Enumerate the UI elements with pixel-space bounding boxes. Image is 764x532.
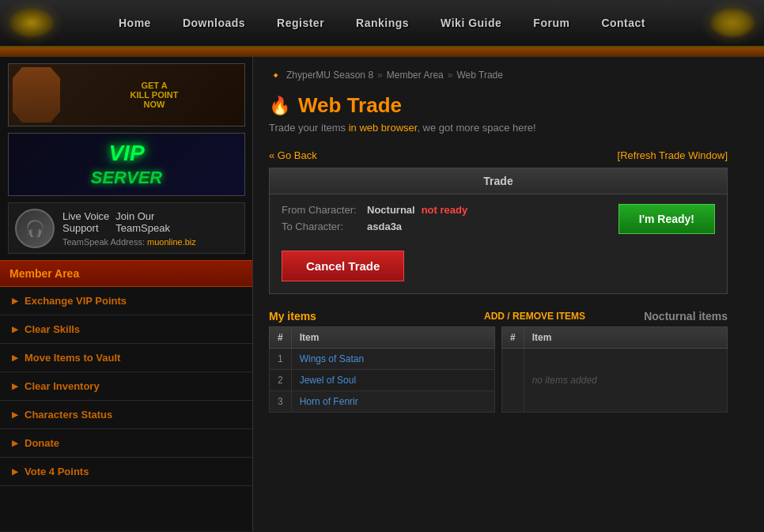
banner-character: [13, 67, 60, 123]
banner-text-1: GET AKILL POINTNOW: [130, 81, 179, 109]
vip-text: VIP: [108, 141, 144, 166]
teamspeak-icon: 🎧: [15, 209, 55, 248]
breadcrumb-sep-1: »: [448, 70, 453, 81]
nav-contact[interactable]: Contact: [601, 17, 645, 29]
arrow-icon-5: ▶: [12, 439, 18, 447]
item-name: Wings of Satan: [291, 349, 494, 370]
noc-col-num: #: [502, 327, 524, 349]
items-tables: # Item 1 Wings of Satan 2 Jewel of Soul …: [269, 326, 728, 413]
ts-join-text: Join Our: [115, 210, 154, 222]
ts-support-text: Support: [62, 222, 99, 234]
my-items-table: # Item 1 Wings of Satan 2 Jewel of Soul …: [269, 326, 495, 413]
item-name: Horn of Fenrir: [291, 391, 494, 413]
ts-join-label: Join Our TeamSpeak: [115, 210, 170, 234]
im-ready-button[interactable]: I'm Ready!: [618, 204, 715, 234]
page-title-text: Web Trade: [298, 93, 402, 118]
table-row: 3 Horn of Fenrir: [270, 391, 495, 413]
sidebar-menu: ▶ Exchange VIP Points ▶ Clear Skills ▶ M…: [0, 287, 252, 486]
item-name: Jewel of Soul: [291, 370, 494, 391]
breadcrumb-icon: 🔸: [269, 69, 282, 81]
from-char-row: From Character: Nocturnal not ready: [282, 204, 603, 216]
sidebar-banner-1: GET AKILL POINTNOW: [8, 63, 245, 126]
nav-wiki[interactable]: Wiki Guide: [441, 17, 501, 29]
member-area-header: Member Area: [0, 260, 252, 287]
page-title: 🔥 Web Trade: [269, 93, 748, 118]
ts-live-text: Live Voice: [62, 210, 109, 222]
to-char-row: To Character: asda3a: [282, 221, 603, 232]
to-char-label: To Character:: [282, 221, 361, 232]
menu-label-4: Characters Status: [25, 409, 112, 421]
arrow-icon-1: ▶: [12, 325, 18, 334]
arrow-icon-3: ▶: [12, 382, 18, 391]
breadcrumb-sep-0: »: [377, 70, 383, 81]
nav-downloads[interactable]: Downloads: [183, 17, 245, 29]
item-num: 1: [270, 349, 292, 370]
trade-chars: From Character: Nocturnal not ready To C…: [282, 204, 603, 237]
my-items-label: My items: [269, 310, 468, 323]
sidebar-item-donate[interactable]: ▶ Donate: [0, 429, 252, 457]
sidebar-banner-2: VIP SERVER: [8, 133, 245, 196]
breadcrumb-link-1[interactable]: Member Area: [387, 70, 444, 81]
sidebar-item-clear-skills[interactable]: ▶ Clear Skills: [0, 315, 252, 343]
arrow-icon-0: ▶: [12, 296, 18, 305]
to-char-name: asda3a: [367, 221, 402, 232]
from-char-status: not ready: [422, 204, 468, 216]
sidebar-item-clear-inventory[interactable]: ▶ Clear Inventory: [0, 372, 252, 400]
nav-forum[interactable]: Forum: [533, 17, 569, 29]
item-num: 3: [270, 391, 292, 413]
subtitle-highlight: in web browser: [349, 122, 418, 134]
arrow-icon-2: ▶: [12, 353, 18, 362]
items-header-row: My items ADD / REMOVE ITEMS Nocturnal it…: [269, 310, 728, 323]
menu-label-5: Donate: [25, 437, 59, 449]
ts-live-label: Live Voice Support: [62, 210, 109, 234]
nav-register[interactable]: Register: [277, 17, 324, 29]
nav-deco-right: [709, 7, 756, 39]
orange-bar: [0, 47, 764, 57]
my-col-num: #: [270, 327, 292, 349]
sidebar-item-exchange-vip[interactable]: ▶ Exchange VIP Points: [0, 287, 252, 315]
sidebar-item-char-status[interactable]: ▶ Characters Status: [0, 401, 252, 428]
arrow-icon-6: ▶: [12, 467, 18, 476]
page-title-icon: 🔥: [269, 96, 290, 116]
sidebar-item-move-items[interactable]: ▶ Move Items to Vault: [0, 344, 252, 372]
nav-deco-left: [8, 7, 55, 39]
nav-links-list: Home Downloads Register Rankings Wiki Gu…: [119, 17, 645, 29]
main-nav: Home Downloads Register Rankings Wiki Gu…: [0, 0, 764, 47]
items-section: My items ADD / REMOVE ITEMS Nocturnal it…: [269, 310, 728, 413]
my-col-item: Item: [291, 327, 494, 349]
nav-rankings[interactable]: Rankings: [356, 17, 409, 29]
menu-label-3: Clear Inventory: [25, 380, 100, 392]
server-text: SERVER: [91, 168, 162, 188]
breadcrumb-link-0[interactable]: ZhyperMU Season 8: [286, 70, 373, 81]
menu-label-6: Vote 4 Points: [25, 466, 89, 477]
item-num: 2: [270, 370, 292, 391]
teamspeak-text: Live Voice Support Join Our TeamSpeak Te…: [62, 210, 196, 247]
page-subtitle: Trade your items in web browser, we got …: [269, 122, 748, 134]
main-layout: GET AKILL POINTNOW VIP SERVER 🎧 Live Voi…: [0, 57, 764, 531]
trade-box: Trade From Character: Nocturnal not read…: [269, 168, 728, 294]
from-char-label: From Character:: [282, 204, 361, 216]
nav-home[interactable]: Home: [119, 17, 151, 29]
content-area: 🔸 ZhyperMU Season 8 » Member Area » Web …: [253, 57, 764, 531]
ts-address: TeamSpeak Address: muonline.biz: [62, 237, 196, 247]
teamspeak-bar: 🎧 Live Voice Support Join Our TeamSpeak …: [8, 202, 245, 254]
nocturnal-items-table: # Item no items added: [501, 326, 728, 413]
menu-label-1: Clear Skills: [25, 323, 80, 335]
menu-label-2: Move Items to Vault: [25, 352, 120, 364]
ts-teamspeak-text: TeamSpeak: [115, 222, 170, 234]
menu-label-0: Exchange VIP Points: [25, 295, 127, 307]
trade-info: From Character: Nocturnal not ready To C…: [270, 194, 727, 247]
breadcrumb: 🔸 ZhyperMU Season 8 » Member Area » Web …: [269, 69, 748, 81]
add-remove-link[interactable]: ADD / REMOVE ITEMS: [484, 311, 585, 322]
trade-header: Trade: [270, 168, 727, 194]
breadcrumb-link-2[interactable]: Web Trade: [456, 70, 502, 81]
noc-col-item: Item: [524, 327, 727, 349]
trade-actions-row: « Go Back [Refresh Trade Window]: [269, 149, 728, 161]
go-back-link[interactable]: « Go Back: [269, 149, 317, 161]
no-items-num: [502, 349, 524, 413]
table-row: 1 Wings of Satan: [270, 349, 495, 370]
table-row: 2 Jewel of Soul: [270, 370, 495, 391]
cancel-trade-button[interactable]: Cancel Trade: [282, 251, 404, 281]
refresh-link[interactable]: [Refresh Trade Window]: [618, 149, 728, 161]
sidebar-item-vote[interactable]: ▶ Vote 4 Points: [0, 458, 252, 485]
